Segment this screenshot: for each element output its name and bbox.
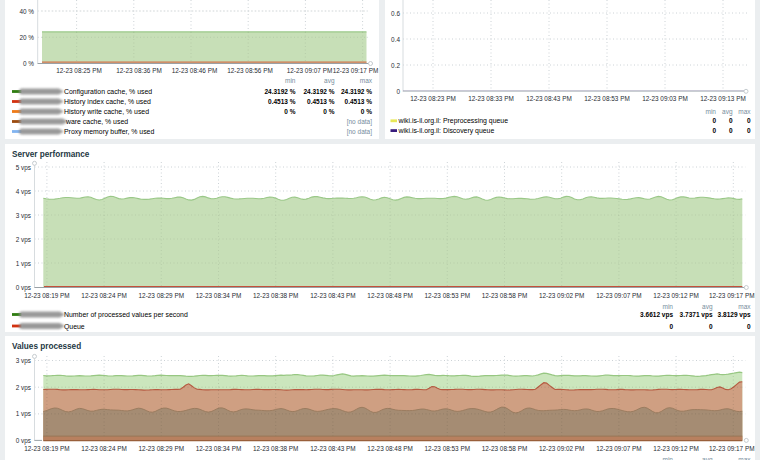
svg-text:12-23 08:33 PM: 12-23 08:33 PM [468,95,513,102]
svg-text:Queue: Queue [64,323,85,331]
svg-text:avg: avg [722,108,733,116]
svg-text:0 %: 0 % [23,60,34,67]
svg-text:0 %: 0 % [361,108,372,115]
svg-text:3 vps: 3 vps [16,357,31,365]
svg-text:12-23 08:23 PM: 12-23 08:23 PM [410,95,455,102]
svg-text:12-23 08:58 PM: 12-23 08:58 PM [482,445,527,452]
svg-text:3.7371 vps: 3.7371 vps [680,311,713,319]
svg-text:4 vps: 4 vps [16,188,31,196]
svg-text:Proxy memory buffer, % used: Proxy memory buffer, % used [64,128,154,136]
svg-text:12-23 08:19 PM: 12-23 08:19 PM [24,292,69,299]
svg-text:12-23 08:56 PM: 12-23 08:56 PM [227,67,272,74]
svg-text:0.4: 0.4 [391,36,400,43]
svg-text:0: 0 [747,117,751,124]
svg-text:12-23 08:48 PM: 12-23 08:48 PM [367,445,412,452]
svg-text:0: 0 [729,127,733,134]
svg-text:0 %: 0 % [284,108,295,115]
svg-text:12-23 09:07 PM: 12-23 09:07 PM [596,292,641,299]
svg-text:12-23 08:46 PM: 12-23 08:46 PM [172,67,217,74]
svg-text:0: 0 [396,88,400,95]
svg-text:12-23 08:38 PM: 12-23 08:38 PM [253,445,298,452]
svg-text:12-23 09:07 PM: 12-23 09:07 PM [596,445,641,452]
svg-text:12-23 09:03 PM: 12-23 09:03 PM [642,95,687,102]
svg-text:12-23 08:34 PM: 12-23 08:34 PM [196,445,241,452]
svg-text:max: max [738,108,751,115]
svg-text:0: 0 [747,323,751,330]
svg-text:0.2: 0.2 [391,62,400,69]
svg-text:min: min [663,303,674,310]
svg-text:12-23 08:43 PM: 12-23 08:43 PM [310,292,355,299]
svg-text:2 vps: 2 vps [16,236,31,244]
svg-text:24.3192 %: 24.3192 % [264,88,295,95]
svg-text:max: max [360,77,373,84]
svg-text:0 %: 0 % [323,108,334,115]
svg-text:2 vps: 2 vps [16,384,31,392]
svg-text:12-23 09:02 PM: 12-23 09:02 PM [539,292,584,299]
svg-text:[no data]: [no data] [347,118,372,126]
svg-text:3 vps: 3 vps [16,212,31,220]
svg-text:1 vps: 1 vps [16,260,31,268]
svg-text:12-23 09:17 PM: 12-23 09:17 PM [709,445,754,452]
svg-text:12-23 08:53 PM: 12-23 08:53 PM [425,445,470,452]
svg-text:12-23 09:12 PM: 12-23 09:12 PM [653,445,698,452]
svg-text:3.8129 vps: 3.8129 vps [718,311,751,319]
svg-text:min: min [706,108,717,115]
svg-text:wiki.is-il.org.il: Discovery q: wiki.is-il.org.il: Discovery queue [398,127,495,135]
svg-text:12-23 08:43 PM: 12-23 08:43 PM [526,95,571,102]
svg-text:12-23 09:02 PM: 12-23 09:02 PM [539,445,584,452]
svg-text:History index cache, % used: History index cache, % used [64,98,151,106]
svg-text:3.6612 vps: 3.6612 vps [640,311,673,319]
svg-text:12-23 08:25 PM: 12-23 08:25 PM [56,67,101,74]
svg-text:0: 0 [709,323,713,330]
svg-text:ware cache, % used: ware cache, % used [65,118,128,125]
svg-text:wiki.is-il.org.il: Preprocessi: wiki.is-il.org.il: Preprocessing queue [398,117,509,125]
svg-text:0.4513 %: 0.4513 % [345,98,373,105]
svg-text:12-23 08:43 PM: 12-23 08:43 PM [310,445,355,452]
svg-text:max: max [738,303,751,310]
svg-text:0.4513 %: 0.4513 % [307,98,335,105]
svg-text:12-23 09:07 PM: 12-23 09:07 PM [287,67,332,74]
svg-text:12-23 09:13 PM: 12-23 09:13 PM [700,95,745,102]
svg-text:Number of processed values per: Number of processed values per second [64,311,188,319]
svg-text:min: min [663,456,674,460]
svg-text:12-23 08:29 PM: 12-23 08:29 PM [139,292,184,299]
svg-text:12-23 08:58 PM: 12-23 08:58 PM [482,292,527,299]
svg-text:12-23 08:29 PM: 12-23 08:29 PM [139,445,184,452]
svg-text:avg: avg [702,303,713,311]
svg-text:min: min [285,77,296,84]
svg-text:12-23 09:12 PM: 12-23 09:12 PM [653,292,698,299]
svg-text:12-23 08:53 PM: 12-23 08:53 PM [584,95,629,102]
svg-text:12-23 08:53 PM: 12-23 08:53 PM [425,292,470,299]
svg-text:12-23 08:38 PM: 12-23 08:38 PM [253,292,298,299]
svg-text:12-23 09:17 PM: 12-23 09:17 PM [333,67,378,74]
svg-text:0.6: 0.6 [391,10,400,17]
svg-text:12-23 08:34 PM: 12-23 08:34 PM [196,292,241,299]
svg-text:12-23 08:24 PM: 12-23 08:24 PM [81,445,126,452]
svg-text:0.4513 %: 0.4513 % [268,98,296,105]
svg-text:0: 0 [712,127,716,134]
svg-text:24.3192 %: 24.3192 % [303,88,334,95]
svg-text:12-23 08:19 PM: 12-23 08:19 PM [24,445,69,452]
svg-text:History write cache, % used: History write cache, % used [64,108,149,116]
svg-text:20 %: 20 % [19,34,34,41]
svg-text:avg: avg [702,456,713,460]
svg-text:24.3192 %: 24.3192 % [341,88,372,95]
svg-text:0: 0 [729,117,733,124]
svg-text:avg: avg [324,77,335,85]
svg-text:max: max [738,456,751,460]
svg-text:40 %: 40 % [19,8,34,15]
svg-text:Configuration cache, % used: Configuration cache, % used [64,88,152,96]
svg-text:0: 0 [669,323,673,330]
svg-text:[no data]: [no data] [347,128,372,136]
svg-text:12-23 09:17 PM: 12-23 09:17 PM [709,292,754,299]
svg-text:0: 0 [747,127,751,134]
svg-text:0: 0 [712,117,716,124]
svg-text:12-23 08:24 PM: 12-23 08:24 PM [81,292,126,299]
svg-text:1 vps: 1 vps [16,410,31,418]
svg-text:12-23 08:48 PM: 12-23 08:48 PM [367,292,412,299]
svg-text:5 vps: 5 vps [16,164,31,172]
svg-text:12-23 08:36 PM: 12-23 08:36 PM [116,67,161,74]
